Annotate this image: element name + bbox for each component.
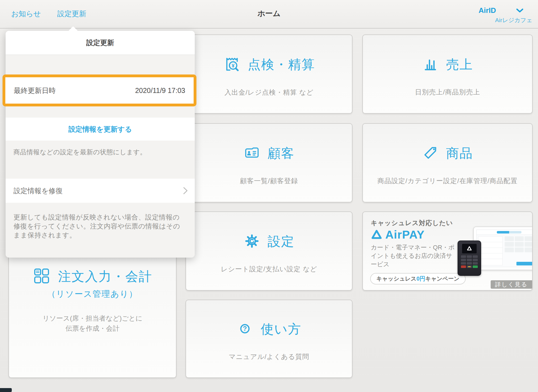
airpay-devices-image [462, 224, 533, 285]
gear-icon [244, 233, 260, 251]
tile-subtitle: 商品設定/カテゴリー設定/在庫管理/商品配置 [377, 176, 518, 185]
settings-update-popover: 設定更新 最終更新日時 2020/11/9 17:03 設定情報を更新する 商品… [6, 31, 195, 258]
last-update-label: 最終更新日時 [14, 86, 56, 95]
last-update-value: 2020/11/9 17:03 [135, 87, 185, 95]
sales-chart-icon [422, 56, 439, 74]
tile-sales[interactable]: 売上 日別売上/商品別売上 [362, 34, 533, 114]
airregi-home-screen: お知らせ 設定更新 ホーム AirID Airレジカフェ ¥ 点検・精算 入出金… [0, 0, 538, 392]
svg-text:¥: ¥ [232, 62, 235, 68]
store-name[interactable]: Airレジカフェ [495, 16, 532, 24]
repair-settings-row[interactable]: 設定情報を修復 [6, 179, 195, 203]
customer-card-icon [244, 144, 260, 162]
tile-products[interactable]: 商品 商品設定/カテゴリー設定/在庫管理/商品配置 [362, 123, 533, 202]
airpay-description: カード・電子マネー・QR・ポイントも使えるお店の決済サービス [371, 243, 458, 269]
airpay-campaign-pill[interactable]: キャッシュレス0円キャンペーン [370, 273, 466, 284]
tile-how-to-use[interactable]: ? 使い方 マニュアル/よくある質問 [185, 300, 353, 378]
airpay-heading: キャッシュレス対応したい [371, 219, 453, 227]
tile-subtitle: レシート設定/支払い設定 など [221, 265, 317, 274]
tile-subtitle: （リソース管理あり） [47, 288, 138, 300]
airpay-promo-card[interactable]: キャッシュレス対応したい AirPAY カード・電子マネー・QR・ポイントも使え… [362, 211, 533, 291]
tile-customers[interactable]: 顧客 顧客一覧/顧客登録 [185, 123, 353, 202]
header: お知らせ 設定更新 ホーム AirID Airレジカフェ [0, 0, 538, 29]
last-update-row-highlighted: 最終更新日時 2020/11/9 17:03 [3, 74, 196, 106]
campaign-prefix: キャッシュレス [376, 276, 416, 282]
tile-title: 顧客 [268, 145, 294, 162]
airpay-triangle-icon [370, 228, 383, 241]
update-settings-button[interactable]: 設定情報を更新する [6, 118, 195, 141]
tile-settings[interactable]: 設定 レシート設定/支払い設定 など [185, 211, 353, 291]
tile-title: 商品 [446, 145, 473, 162]
order-entry-grid-icon [33, 267, 51, 286]
tile-title: 売上 [446, 56, 473, 73]
inspection-settlement-icon: ¥ [223, 55, 240, 74]
tablet-image [473, 227, 533, 270]
tile-title: 点検・精算 [248, 56, 315, 73]
tile-description: リソース(席・担当者など)ごとに 伝票を作成・会計 [43, 313, 142, 333]
airpay-logo: AirPAY [370, 228, 425, 241]
page-title: ホーム [0, 8, 538, 18]
update-settings-note: 商品情報などの設定を最新の状態にします。 [13, 148, 187, 157]
airpay-more-button[interactable]: 詳しく見る [491, 280, 532, 289]
bottom-left-bar [0, 388, 12, 392]
tile-title: 使い方 [261, 321, 301, 338]
campaign-suffix: キャンペーン [425, 276, 459, 282]
airpay-logo-text: AirPAY [385, 228, 425, 241]
repair-settings-label: 設定情報を修復 [13, 186, 63, 195]
tile-subtitle: 顧客一覧/顧客登録 [240, 176, 298, 185]
tile-subtitle: 日別売上/商品別売上 [415, 88, 480, 97]
tile-title: 設定 [268, 233, 294, 250]
repair-settings-note: 更新しても設定情報が反映されない場合、設定情報の修復を行ってください。注文内容や… [13, 213, 184, 240]
air-id-menu[interactable]: AirID [479, 6, 496, 15]
question-circle-icon: ? [236, 320, 253, 338]
chevron-down-icon[interactable] [516, 8, 523, 14]
card-reader-image [458, 241, 481, 276]
price-tag-icon [422, 144, 439, 162]
tile-subtitle: マニュアル/よくある質問 [229, 352, 309, 361]
tile-title: 注文入力・会計 [58, 268, 152, 285]
campaign-highlight: 0円 [416, 276, 425, 282]
popover-title: 設定更新 [6, 31, 195, 55]
tile-inspection-settlement[interactable]: ¥ 点検・精算 入出金/レジ点検・精算 など [185, 34, 353, 114]
tile-subtitle: 入出金/レジ点検・精算 など [224, 88, 314, 97]
svg-text:?: ? [243, 325, 247, 332]
chevron-right-icon [183, 187, 188, 196]
